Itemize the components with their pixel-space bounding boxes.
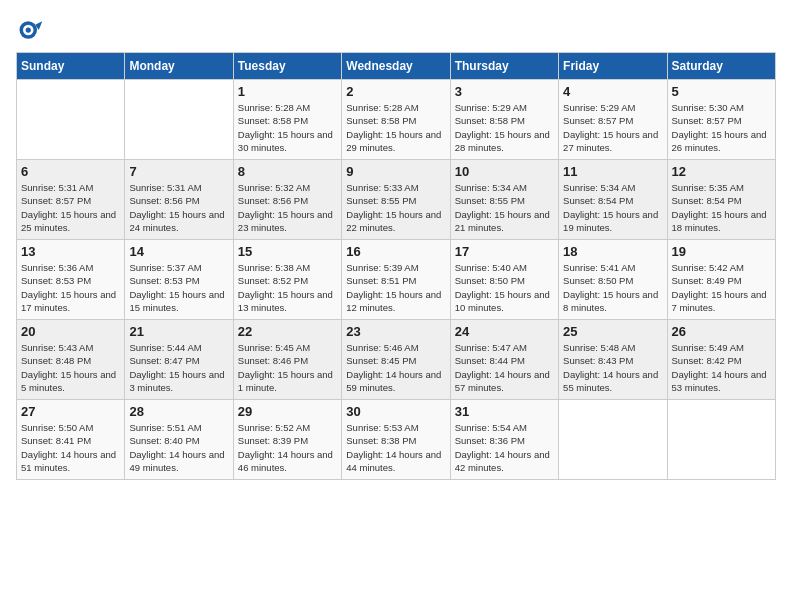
calendar-cell: 21Sunrise: 5:44 AMSunset: 8:47 PMDayligh… [125, 320, 233, 400]
calendar-cell: 2Sunrise: 5:28 AMSunset: 8:58 PMDaylight… [342, 80, 450, 160]
calendar-cell [125, 80, 233, 160]
calendar-cell [667, 400, 775, 480]
day-info: Sunrise: 5:31 AMSunset: 8:56 PMDaylight:… [129, 181, 228, 234]
logo [16, 16, 48, 44]
day-number: 8 [238, 164, 337, 179]
calendar-cell: 31Sunrise: 5:54 AMSunset: 8:36 PMDayligh… [450, 400, 558, 480]
calendar-week-1: 1Sunrise: 5:28 AMSunset: 8:58 PMDaylight… [17, 80, 776, 160]
weekday-header-row: SundayMondayTuesdayWednesdayThursdayFrid… [17, 53, 776, 80]
day-info: Sunrise: 5:28 AMSunset: 8:58 PMDaylight:… [238, 101, 337, 154]
calendar-cell: 29Sunrise: 5:52 AMSunset: 8:39 PMDayligh… [233, 400, 341, 480]
day-info: Sunrise: 5:37 AMSunset: 8:53 PMDaylight:… [129, 261, 228, 314]
calendar-week-5: 27Sunrise: 5:50 AMSunset: 8:41 PMDayligh… [17, 400, 776, 480]
weekday-header-sunday: Sunday [17, 53, 125, 80]
day-number: 11 [563, 164, 662, 179]
calendar-cell: 11Sunrise: 5:34 AMSunset: 8:54 PMDayligh… [559, 160, 667, 240]
calendar-week-4: 20Sunrise: 5:43 AMSunset: 8:48 PMDayligh… [17, 320, 776, 400]
day-info: Sunrise: 5:32 AMSunset: 8:56 PMDaylight:… [238, 181, 337, 234]
day-info: Sunrise: 5:48 AMSunset: 8:43 PMDaylight:… [563, 341, 662, 394]
calendar-cell: 30Sunrise: 5:53 AMSunset: 8:38 PMDayligh… [342, 400, 450, 480]
day-number: 29 [238, 404, 337, 419]
calendar-cell: 17Sunrise: 5:40 AMSunset: 8:50 PMDayligh… [450, 240, 558, 320]
weekday-header-monday: Monday [125, 53, 233, 80]
calendar-cell: 19Sunrise: 5:42 AMSunset: 8:49 PMDayligh… [667, 240, 775, 320]
calendar-cell: 18Sunrise: 5:41 AMSunset: 8:50 PMDayligh… [559, 240, 667, 320]
day-number: 3 [455, 84, 554, 99]
day-info: Sunrise: 5:31 AMSunset: 8:57 PMDaylight:… [21, 181, 120, 234]
day-number: 16 [346, 244, 445, 259]
calendar-cell: 1Sunrise: 5:28 AMSunset: 8:58 PMDaylight… [233, 80, 341, 160]
day-info: Sunrise: 5:36 AMSunset: 8:53 PMDaylight:… [21, 261, 120, 314]
svg-point-2 [26, 27, 31, 32]
day-number: 1 [238, 84, 337, 99]
day-info: Sunrise: 5:38 AMSunset: 8:52 PMDaylight:… [238, 261, 337, 314]
day-info: Sunrise: 5:50 AMSunset: 8:41 PMDaylight:… [21, 421, 120, 474]
day-info: Sunrise: 5:49 AMSunset: 8:42 PMDaylight:… [672, 341, 771, 394]
day-number: 22 [238, 324, 337, 339]
calendar-cell: 25Sunrise: 5:48 AMSunset: 8:43 PMDayligh… [559, 320, 667, 400]
day-info: Sunrise: 5:39 AMSunset: 8:51 PMDaylight:… [346, 261, 445, 314]
calendar-cell [559, 400, 667, 480]
day-info: Sunrise: 5:30 AMSunset: 8:57 PMDaylight:… [672, 101, 771, 154]
day-number: 12 [672, 164, 771, 179]
calendar-cell: 3Sunrise: 5:29 AMSunset: 8:58 PMDaylight… [450, 80, 558, 160]
day-info: Sunrise: 5:43 AMSunset: 8:48 PMDaylight:… [21, 341, 120, 394]
day-info: Sunrise: 5:28 AMSunset: 8:58 PMDaylight:… [346, 101, 445, 154]
logo-icon [16, 16, 44, 44]
weekday-header-thursday: Thursday [450, 53, 558, 80]
weekday-header-wednesday: Wednesday [342, 53, 450, 80]
day-info: Sunrise: 5:41 AMSunset: 8:50 PMDaylight:… [563, 261, 662, 314]
calendar-cell: 28Sunrise: 5:51 AMSunset: 8:40 PMDayligh… [125, 400, 233, 480]
day-info: Sunrise: 5:54 AMSunset: 8:36 PMDaylight:… [455, 421, 554, 474]
day-info: Sunrise: 5:45 AMSunset: 8:46 PMDaylight:… [238, 341, 337, 394]
day-number: 15 [238, 244, 337, 259]
calendar-cell: 14Sunrise: 5:37 AMSunset: 8:53 PMDayligh… [125, 240, 233, 320]
calendar-cell: 5Sunrise: 5:30 AMSunset: 8:57 PMDaylight… [667, 80, 775, 160]
day-info: Sunrise: 5:51 AMSunset: 8:40 PMDaylight:… [129, 421, 228, 474]
day-info: Sunrise: 5:42 AMSunset: 8:49 PMDaylight:… [672, 261, 771, 314]
day-info: Sunrise: 5:34 AMSunset: 8:55 PMDaylight:… [455, 181, 554, 234]
day-info: Sunrise: 5:34 AMSunset: 8:54 PMDaylight:… [563, 181, 662, 234]
day-number: 28 [129, 404, 228, 419]
day-number: 2 [346, 84, 445, 99]
day-info: Sunrise: 5:29 AMSunset: 8:57 PMDaylight:… [563, 101, 662, 154]
day-number: 4 [563, 84, 662, 99]
day-number: 5 [672, 84, 771, 99]
day-number: 17 [455, 244, 554, 259]
day-info: Sunrise: 5:47 AMSunset: 8:44 PMDaylight:… [455, 341, 554, 394]
calendar-cell: 9Sunrise: 5:33 AMSunset: 8:55 PMDaylight… [342, 160, 450, 240]
day-info: Sunrise: 5:40 AMSunset: 8:50 PMDaylight:… [455, 261, 554, 314]
calendar-week-3: 13Sunrise: 5:36 AMSunset: 8:53 PMDayligh… [17, 240, 776, 320]
calendar-cell: 12Sunrise: 5:35 AMSunset: 8:54 PMDayligh… [667, 160, 775, 240]
day-number: 18 [563, 244, 662, 259]
day-info: Sunrise: 5:46 AMSunset: 8:45 PMDaylight:… [346, 341, 445, 394]
calendar-cell: 8Sunrise: 5:32 AMSunset: 8:56 PMDaylight… [233, 160, 341, 240]
calendar-cell: 24Sunrise: 5:47 AMSunset: 8:44 PMDayligh… [450, 320, 558, 400]
day-number: 14 [129, 244, 228, 259]
calendar-cell: 10Sunrise: 5:34 AMSunset: 8:55 PMDayligh… [450, 160, 558, 240]
calendar-cell: 15Sunrise: 5:38 AMSunset: 8:52 PMDayligh… [233, 240, 341, 320]
calendar-cell: 6Sunrise: 5:31 AMSunset: 8:57 PMDaylight… [17, 160, 125, 240]
calendar-cell: 23Sunrise: 5:46 AMSunset: 8:45 PMDayligh… [342, 320, 450, 400]
day-number: 27 [21, 404, 120, 419]
day-number: 6 [21, 164, 120, 179]
calendar-cell: 7Sunrise: 5:31 AMSunset: 8:56 PMDaylight… [125, 160, 233, 240]
calendar-week-2: 6Sunrise: 5:31 AMSunset: 8:57 PMDaylight… [17, 160, 776, 240]
day-number: 13 [21, 244, 120, 259]
day-number: 9 [346, 164, 445, 179]
calendar-body: 1Sunrise: 5:28 AMSunset: 8:58 PMDaylight… [17, 80, 776, 480]
calendar-cell: 13Sunrise: 5:36 AMSunset: 8:53 PMDayligh… [17, 240, 125, 320]
weekday-header-saturday: Saturday [667, 53, 775, 80]
day-number: 31 [455, 404, 554, 419]
day-info: Sunrise: 5:29 AMSunset: 8:58 PMDaylight:… [455, 101, 554, 154]
calendar-cell: 4Sunrise: 5:29 AMSunset: 8:57 PMDaylight… [559, 80, 667, 160]
day-number: 7 [129, 164, 228, 179]
calendar-cell: 22Sunrise: 5:45 AMSunset: 8:46 PMDayligh… [233, 320, 341, 400]
header [16, 16, 776, 44]
day-info: Sunrise: 5:44 AMSunset: 8:47 PMDaylight:… [129, 341, 228, 394]
calendar-cell [17, 80, 125, 160]
day-number: 21 [129, 324, 228, 339]
weekday-header-friday: Friday [559, 53, 667, 80]
calendar-cell: 27Sunrise: 5:50 AMSunset: 8:41 PMDayligh… [17, 400, 125, 480]
weekday-header-tuesday: Tuesday [233, 53, 341, 80]
